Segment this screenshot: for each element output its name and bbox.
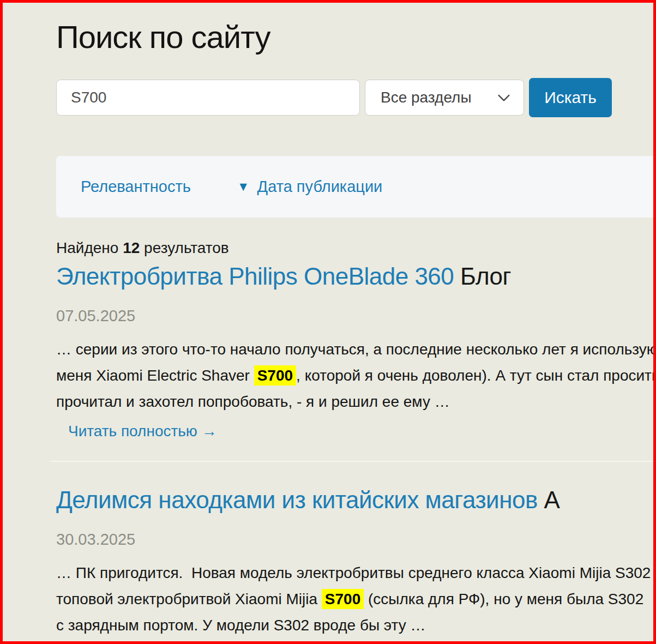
search-input[interactable]	[56, 80, 360, 116]
search-page: Поиск по сайту Все разделы Искать Релева…	[3, 3, 653, 639]
page-title: Поиск по сайту	[56, 18, 653, 56]
result-category: Блог	[454, 263, 511, 290]
sort-date-label: Дата публикации	[257, 178, 383, 196]
search-result: Делимся находками из китайских магазинов…	[56, 485, 653, 639]
results-count-prefix: Найдено	[56, 239, 123, 256]
result-snippet: … ПК пригодится. Новая модель электробри…	[56, 560, 653, 639]
snippet-line: топовой электробритвой Xiaomi Mijia S700…	[56, 586, 653, 612]
result-date: 07.05.2025	[56, 306, 653, 326]
snippet-line: с зарядным портом. У модели S302 вроде б…	[56, 612, 653, 639]
snippet-text: топовой электробритвой Xiaomi Mijia	[56, 591, 322, 607]
read-more-link[interactable]: Читать полностью →	[68, 422, 217, 441]
result-date: 30.03.2025	[56, 530, 653, 549]
snippet-text: прочитал и захотел попробовать, - я и ре…	[56, 393, 450, 410]
snippet-text: (ссылка для РФ), но у меня была S302	[364, 591, 643, 607]
snippet-text: , которой я очень доволен). А тут сын ст…	[296, 367, 656, 384]
result-title-link[interactable]: Делимся находками из китайских магазинов	[56, 486, 538, 513]
snippet-line: меня Xiaomi Electric Shaver S700, которо…	[56, 363, 653, 389]
chevron-down-icon	[498, 89, 510, 101]
search-result: Электробритва Philips OneBlade 360 Блог …	[56, 261, 653, 441]
sort-relevance-link[interactable]: Релевантность	[81, 178, 191, 196]
sort-bar: Релевантность ▼ Дата публикации	[56, 156, 653, 218]
snippet-text: с зарядным портом. У модели S302 вроде б…	[56, 617, 425, 634]
snippet-text: … серии из этого что-то начало получатьс…	[56, 341, 656, 358]
results-count: Найдено 12 результатов	[56, 238, 653, 258]
search-button[interactable]: Искать	[529, 78, 612, 117]
sort-date-link[interactable]: ▼ Дата публикации	[237, 178, 382, 196]
search-form: Все разделы Искать	[56, 78, 653, 117]
result-divider	[51, 461, 653, 462]
result-category: А	[538, 486, 560, 513]
section-select-value: Все разделы	[381, 89, 472, 106]
snippet-line: … серии из этого что-то начало получатьс…	[56, 336, 653, 363]
snippet-line: … ПК пригодится. Новая модель электробри…	[56, 560, 653, 586]
result-title: Электробритва Philips OneBlade 360 Блог	[56, 261, 653, 291]
sort-direction-down-icon: ▼	[237, 180, 250, 193]
result-snippet: … серии из этого что-то начало получатьс…	[56, 336, 653, 415]
highlighted-term: S700	[254, 365, 296, 386]
result-title: Делимся находками из китайских магазинов…	[56, 485, 653, 515]
results-count-number: 12	[123, 239, 140, 256]
section-select[interactable]: Все разделы	[365, 80, 524, 116]
snippet-line: прочитал и захотел попробовать, - я и ре…	[56, 389, 653, 415]
results-count-suffix: результатов	[140, 239, 228, 256]
highlighted-term: S700	[322, 589, 364, 609]
result-title-link[interactable]: Электробритва Philips OneBlade 360	[56, 263, 454, 290]
snippet-text: … ПК пригодится. Новая модель электробри…	[56, 564, 651, 581]
snippet-text: меня Xiaomi Electric Shaver	[56, 367, 254, 384]
